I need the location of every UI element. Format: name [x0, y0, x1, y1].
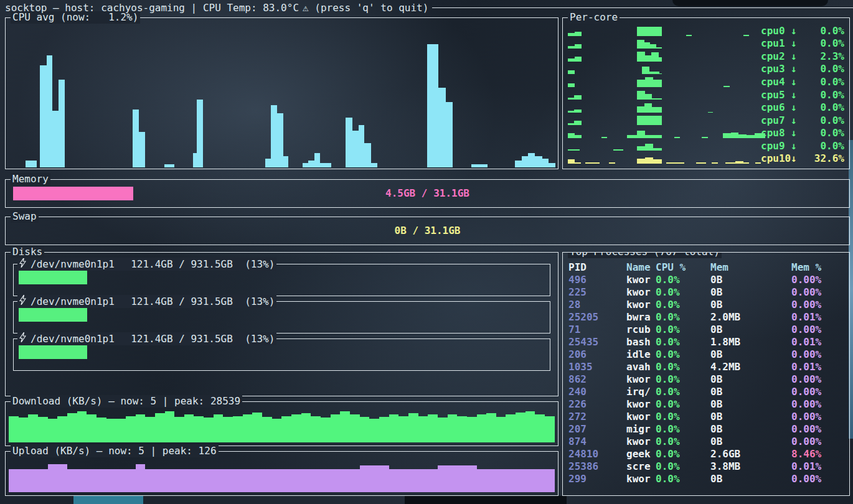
process-mem: 0B: [710, 436, 791, 448]
cpu9-sparkline: [568, 141, 765, 151]
download-bar: [38, 417, 48, 442]
per-core-rows: cpu0↓0.0%cpu1↓0.0%cpu2↓2.3%cpu3↓0.0%cpu4…: [568, 24, 846, 165]
upload-bar: [97, 469, 106, 492]
upload-bar: [204, 469, 214, 492]
download-bar: [243, 414, 253, 442]
download-bar: [223, 417, 233, 442]
process-row: 1035avah0.0%4.2MB0.01%: [568, 361, 847, 373]
cpu7-spark-bar: [637, 116, 662, 125]
download-bar: [448, 414, 458, 442]
cpu10-spark-bar: [637, 159, 645, 164]
download-bar: [311, 416, 321, 442]
cpu8-spark-bar: [723, 133, 731, 138]
warning-icon: ⚠: [299, 2, 309, 14]
cpu9-spark-bar: [613, 149, 623, 151]
disk-usage: 121.4GB / 931.5GB (13%): [119, 296, 275, 308]
process-pid: 206: [568, 348, 626, 361]
cpu9-spark-bar: [645, 144, 653, 151]
process-table: PID Name CPU % Mem Mem % 496kwor0.0%0B0.…: [568, 261, 847, 485]
cpu9-spark-bar: [637, 146, 645, 151]
cpu5-spark-bar: [637, 91, 645, 100]
process-mempct: 0.00%: [791, 299, 847, 311]
download-bar: [398, 416, 408, 442]
process-name: bash: [626, 336, 656, 348]
cpu9-label: cpu9↓0.0%: [761, 139, 844, 152]
process-mempct: 0.00%: [791, 274, 847, 286]
process-row: 862kwor0.0%0B0.00%: [568, 373, 847, 386]
process-pid: 240: [568, 386, 626, 398]
cpu-avg-bar: [371, 163, 378, 167]
per-core-row-cpu3: cpu3↓0.0%: [568, 63, 846, 76]
process-cpu: 0.0%: [656, 311, 710, 324]
cpu5-label: cpu5↓0.0%: [761, 88, 844, 101]
upload-bar: [350, 469, 360, 492]
process-mempct: 0.00%: [791, 436, 847, 448]
per-core-row-cpu2: cpu2↓2.3%: [568, 50, 846, 63]
process-cpu: 0.0%: [656, 361, 710, 373]
cpu4-sparkline: [568, 77, 765, 87]
swap-panel: Swap 0B / 31.1GB: [5, 217, 850, 245]
upload-bar: [438, 465, 448, 492]
cpu10-spark-bar: [696, 162, 706, 164]
cpu2-spark-bar: [659, 57, 662, 62]
upload-bar: [262, 469, 272, 492]
cpu2-spark-bar: [637, 52, 645, 62]
process-mem: 0B: [710, 324, 791, 336]
process-cpu: 0.0%: [656, 286, 710, 299]
cpu10-spark-bar: [568, 159, 575, 164]
cpu4-name: cpu4: [761, 76, 791, 88]
cpu-avg-bar: [314, 153, 320, 167]
process-cpu: 0.0%: [656, 423, 710, 436]
process-name: geek: [626, 448, 656, 460]
upload-bar: [243, 469, 253, 492]
cpu6-sparkline: [568, 102, 765, 113]
disk-device-name: /dev/nvme0n1p1: [31, 333, 115, 345]
download-bar: [194, 416, 204, 442]
upload-bar: [38, 469, 48, 492]
process-cpu: 0.0%: [656, 274, 710, 286]
down-arrow-icon: ↓: [791, 114, 797, 126]
upload-bar: [48, 464, 58, 492]
cpu-avg-bar: [522, 156, 529, 167]
process-name: scre: [626, 460, 656, 473]
download-bar: [252, 413, 262, 442]
disk-gauge-label: 13%: [19, 345, 545, 357]
column-header-name: Name: [626, 261, 656, 274]
process-mem: 0B: [710, 386, 791, 398]
quit-hint: (press 'q' to quit): [309, 2, 429, 14]
disk-row-title: /dev/nvme0n1p1 121.4GB / 931.5GB (13%): [17, 258, 276, 271]
process-name: kwor: [626, 274, 656, 286]
disk-gauge-fill: [19, 308, 87, 322]
disk-gauge: 13%: [19, 271, 545, 284]
download-bar: [418, 416, 428, 442]
cpu6-spark-bar: [708, 112, 713, 113]
down-arrow-icon: ↓: [791, 101, 797, 113]
cpu1-name: cpu1: [761, 37, 791, 49]
download-bar: [291, 414, 301, 442]
download-bar: [506, 414, 516, 442]
process-mem: 0B: [710, 274, 791, 286]
disk-row-0: /dev/nvme0n1p1 121.4GB / 931.5GB (13%)13…: [13, 264, 550, 296]
cpu10-spark-bar: [712, 162, 717, 164]
cpu0-spark-bar: [568, 33, 575, 35]
disk-gauge: 13%: [19, 345, 545, 359]
cpu-avg-bar: [277, 113, 283, 167]
download-panel-title: Download (KB/s) — now: 5 | peak: 28539: [11, 395, 242, 408]
cpu1-spark-bar: [650, 44, 656, 49]
disk-gauge: 13%: [19, 308, 545, 322]
per-core-row-cpu6: cpu6↓0.0%: [568, 101, 846, 114]
download-bar: [28, 414, 38, 442]
process-cpu: 0.0%: [656, 473, 710, 485]
cpu2-name: cpu2: [761, 50, 791, 62]
download-bar: [19, 418, 29, 442]
process-row: 496kwor0.0%0B0.00%: [568, 274, 847, 286]
process-mem: 4.2MB: [710, 361, 791, 373]
cpu9-spark-bar: [568, 149, 580, 151]
cpu-avg-bar: [320, 163, 331, 167]
download-history-chart: [9, 409, 555, 442]
upload-bar: [214, 469, 224, 492]
cpu5-value: 0.0%: [797, 89, 844, 101]
cpu3-value: 0.0%: [797, 63, 844, 75]
cpu6-label: cpu6↓0.0%: [761, 101, 844, 114]
cpu10-spark-bar: [755, 162, 761, 164]
